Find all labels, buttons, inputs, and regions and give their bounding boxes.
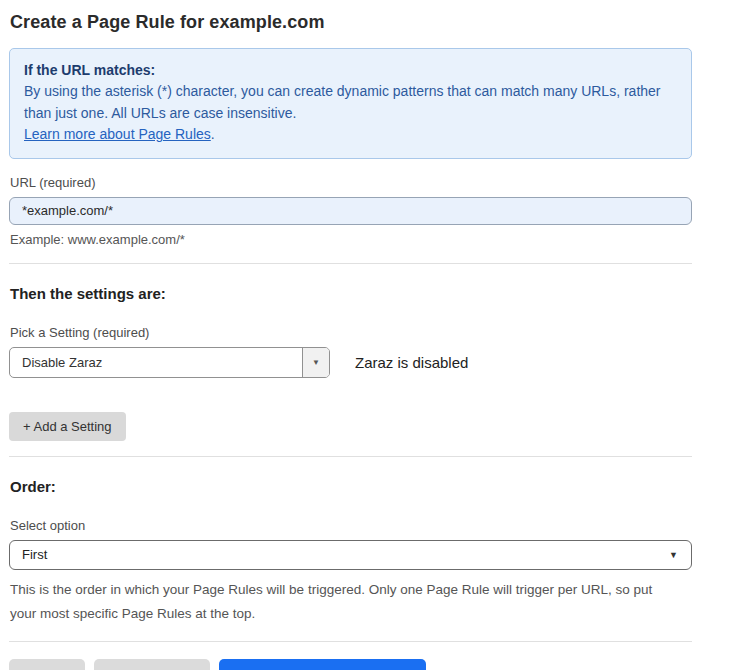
- link-suffix: .: [211, 126, 215, 142]
- chevron-down-icon[interactable]: ▼: [302, 348, 329, 377]
- order-select-label: Select option: [10, 518, 692, 533]
- url-field-label: URL (required): [10, 175, 692, 190]
- url-match-info-box: If the URL matches: By using the asteris…: [9, 48, 692, 159]
- add-setting-button[interactable]: + Add a Setting: [9, 412, 126, 441]
- url-example-text: Example: www.example.com/*: [10, 232, 692, 247]
- section-divider: [9, 263, 692, 264]
- url-input[interactable]: [9, 197, 692, 225]
- setting-picker-label: Pick a Setting (required): [10, 325, 692, 340]
- setting-status-text: Zaraz is disabled: [355, 354, 468, 371]
- form-actions: Cancel Save as Draft Save and Deploy Pag…: [9, 659, 692, 670]
- learn-more-link[interactable]: Learn more about Page Rules: [24, 126, 211, 142]
- settings-section-heading: Then the settings are:: [10, 285, 692, 302]
- setting-select[interactable]: Disable Zaraz ▼: [9, 347, 330, 378]
- section-divider: [9, 456, 692, 457]
- info-box-heading: If the URL matches:: [24, 60, 677, 81]
- chevron-down-icon: ▼: [669, 550, 678, 560]
- section-divider: [9, 641, 692, 642]
- save-as-draft-button[interactable]: Save as Draft: [94, 659, 210, 670]
- order-help-text: This is the order in which your Page Rul…: [10, 578, 680, 626]
- cancel-button[interactable]: Cancel: [9, 659, 85, 670]
- setting-row: Disable Zaraz ▼ Zaraz is disabled: [9, 347, 692, 378]
- page-title: Create a Page Rule for example.com: [10, 12, 692, 33]
- order-select-value: First: [22, 547, 47, 562]
- order-select[interactable]: First ▼: [9, 540, 692, 570]
- save-and-deploy-button[interactable]: Save and Deploy Page Rule: [219, 659, 427, 670]
- info-link-line: Learn more about Page Rules.: [24, 124, 677, 146]
- setting-select-value: Disable Zaraz: [10, 348, 302, 377]
- info-box-body: By using the asterisk (*) character, you…: [24, 81, 674, 124]
- page-rule-form: Create a Page Rule for example.com If th…: [9, 0, 692, 670]
- order-section-heading: Order:: [10, 478, 692, 495]
